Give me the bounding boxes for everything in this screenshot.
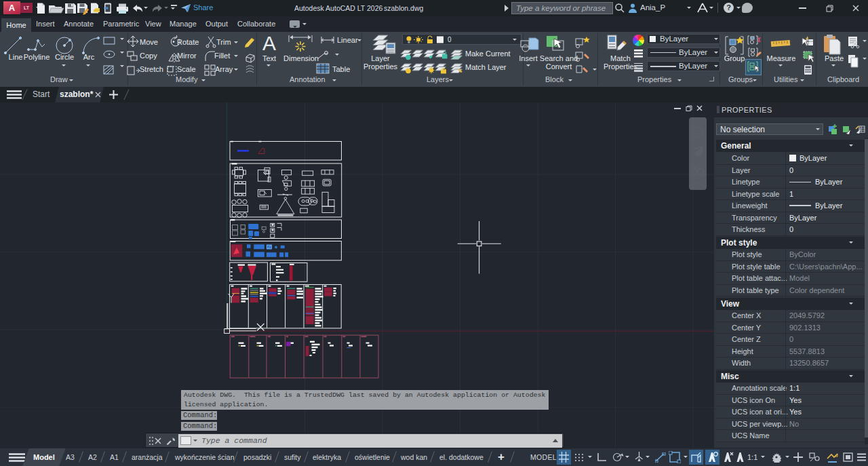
svg-text:0: 0 [448,36,452,43]
